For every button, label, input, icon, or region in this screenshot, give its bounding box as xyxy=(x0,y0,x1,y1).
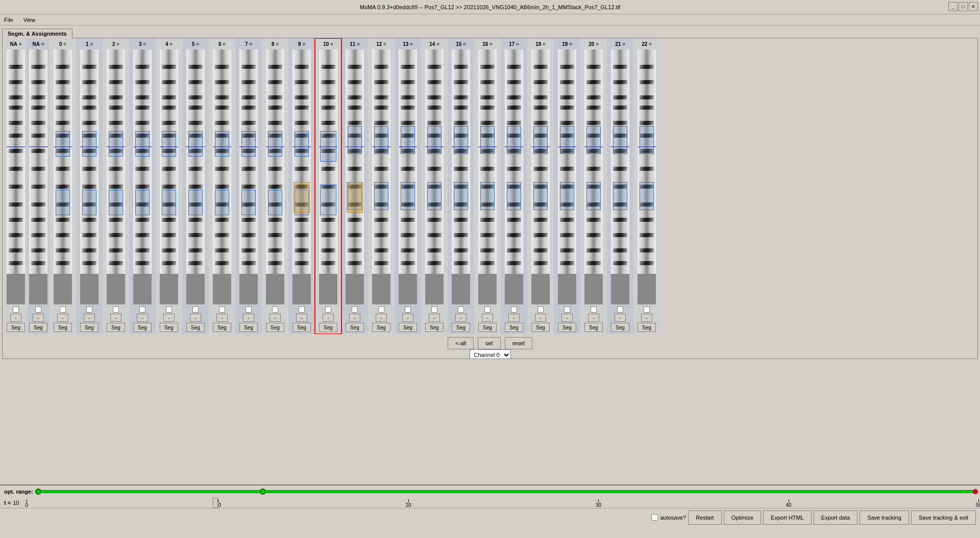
menu-file[interactable]: File xyxy=(2,16,15,24)
col-minus-btn-12[interactable]: - xyxy=(376,314,387,322)
opt-range-right-handle[interactable] xyxy=(260,489,266,495)
col-checkbox-14[interactable] xyxy=(431,306,437,313)
col-seg-btn-13[interactable]: Seg xyxy=(399,323,417,332)
export-html-button[interactable]: Export HTML xyxy=(763,510,812,525)
col-checkbox-na2[interactable] xyxy=(35,306,41,313)
col-minus-btn-18[interactable]: - xyxy=(535,314,546,322)
col-minus-btn-10[interactable]: - xyxy=(323,314,334,322)
col-checkbox-na1[interactable] xyxy=(13,306,19,313)
col-seg-btn-8[interactable]: Seg xyxy=(266,323,284,332)
col-minus-btn-4[interactable]: - xyxy=(163,314,175,322)
channel-col-18[interactable]: 18o-Seg xyxy=(527,38,554,334)
col-checkbox-15[interactable] xyxy=(458,306,464,313)
col-seg-btn-12[interactable]: Seg xyxy=(372,323,390,332)
channel-col-na1[interactable]: NAo-Seg xyxy=(5,38,27,334)
col-checkbox-1[interactable] xyxy=(86,306,92,313)
col-seg-btn-11[interactable]: Seg xyxy=(346,323,364,332)
autosave-checkbox[interactable] xyxy=(651,514,658,521)
col-minus-btn-21[interactable]: - xyxy=(615,314,626,322)
col-minus-btn-na2[interactable]: - xyxy=(33,314,44,322)
channel-col-16[interactable]: 16o-Seg xyxy=(474,38,501,334)
all-button[interactable]: <-all xyxy=(448,337,474,349)
col-seg-btn-15[interactable]: Seg xyxy=(452,323,470,332)
col-image-11[interactable] xyxy=(346,49,364,304)
col-seg-btn-22[interactable]: Seg xyxy=(638,323,656,332)
col-minus-btn-6[interactable]: - xyxy=(216,314,228,322)
t-slider-handle[interactable] xyxy=(213,498,218,508)
channel-col-9[interactable]: 9o-Seg xyxy=(288,38,315,334)
col-minus-btn-7[interactable]: - xyxy=(243,314,254,322)
col-seg-btn-14[interactable]: Seg xyxy=(425,323,444,332)
col-image-13[interactable] xyxy=(399,49,417,304)
channel-col-6[interactable]: 6o-Seg xyxy=(209,38,235,334)
col-checkbox-4[interactable] xyxy=(166,306,172,313)
channel-col-17[interactable]: 17o-Seg xyxy=(501,38,527,334)
col-checkbox-22[interactable] xyxy=(644,306,650,313)
channel-col-7[interactable]: 7o-Seg xyxy=(235,38,262,334)
col-seg-btn-4[interactable]: Seg xyxy=(160,323,178,332)
col-minus-btn-20[interactable]: - xyxy=(588,314,599,322)
col-image-1[interactable] xyxy=(80,49,99,304)
channel-col-4[interactable]: 4o-Seg xyxy=(156,38,182,334)
save-tracking-button[interactable]: Save tracking xyxy=(860,510,909,525)
col-minus-btn-22[interactable]: - xyxy=(641,314,652,322)
col-image-16[interactable] xyxy=(478,49,497,304)
col-image-0a[interactable] xyxy=(54,49,72,304)
col-image-6[interactable] xyxy=(213,49,231,304)
col-minus-btn-5[interactable]: - xyxy=(190,314,201,322)
col-seg-btn-na2[interactable]: Seg xyxy=(29,323,47,332)
col-checkbox-7[interactable] xyxy=(246,306,252,313)
t-ruler[interactable]: 01020304050 xyxy=(25,498,976,508)
col-minus-btn-0a[interactable]: - xyxy=(57,314,68,322)
col-minus-btn-16[interactable]: - xyxy=(482,314,493,322)
col-checkbox-13[interactable] xyxy=(405,306,411,313)
optimize-button[interactable]: Optimize xyxy=(724,510,761,525)
col-image-2[interactable] xyxy=(107,49,125,304)
col-minus-btn-14[interactable]: - xyxy=(429,314,440,322)
col-seg-btn-6[interactable]: Seg xyxy=(213,323,231,332)
col-image-5[interactable] xyxy=(186,49,205,304)
col-image-20[interactable] xyxy=(584,49,603,304)
channel-col-0a[interactable]: 0o-Seg xyxy=(50,38,76,334)
channel-col-20[interactable]: 20o-Seg xyxy=(580,38,607,334)
col-seg-btn-21[interactable]: Seg xyxy=(611,323,629,332)
channel-col-11[interactable]: 11o-Seg xyxy=(341,38,368,334)
col-checkbox-10[interactable] xyxy=(325,306,331,313)
channel-col-22[interactable]: 22o-Seg xyxy=(633,38,660,334)
channel-col-5[interactable]: 5o-Seg xyxy=(182,38,209,334)
col-checkbox-3[interactable] xyxy=(139,306,145,313)
col-image-19[interactable] xyxy=(558,49,576,304)
col-minus-btn-na1[interactable]: - xyxy=(10,314,21,322)
col-seg-btn-0a[interactable]: Seg xyxy=(54,323,72,332)
col-checkbox-8[interactable] xyxy=(272,306,278,313)
col-seg-btn-17[interactable]: Seg xyxy=(505,323,523,332)
col-image-7[interactable] xyxy=(239,49,258,304)
col-minus-btn-19[interactable]: - xyxy=(561,314,573,322)
col-seg-btn-10[interactable]: Seg xyxy=(319,323,337,332)
col-minus-btn-13[interactable]: - xyxy=(402,314,413,322)
col-image-4[interactable] xyxy=(160,49,178,304)
channel-col-12[interactable]: 12o-Seg xyxy=(368,38,395,334)
col-checkbox-2[interactable] xyxy=(113,306,119,313)
col-checkbox-16[interactable] xyxy=(484,306,491,313)
set-button[interactable]: set xyxy=(478,337,501,349)
col-checkbox-12[interactable] xyxy=(378,306,384,313)
col-minus-btn-17[interactable]: - xyxy=(508,314,520,322)
col-seg-btn-20[interactable]: Seg xyxy=(584,323,603,332)
channel-col-8[interactable]: 8o-Seg xyxy=(262,38,288,334)
col-seg-btn-3[interactable]: Seg xyxy=(133,323,152,332)
channel-col-2[interactable]: 2o-Seg xyxy=(103,38,129,334)
col-image-22[interactable] xyxy=(638,49,656,304)
col-image-8[interactable] xyxy=(266,49,284,304)
channel-col-3[interactable]: 3o-Seg xyxy=(129,38,156,334)
columns-scroll[interactable]: NAo-SegNAo-Seg0o-Seg1o-Seg2o-Seg3o-Seg4o… xyxy=(3,38,977,334)
col-minus-btn-3[interactable]: - xyxy=(137,314,148,322)
col-seg-btn-7[interactable]: Seg xyxy=(239,323,258,332)
col-image-10[interactable] xyxy=(319,49,337,304)
col-seg-btn-5[interactable]: Seg xyxy=(186,323,205,332)
channel-col-15[interactable]: 15o-Seg xyxy=(448,38,474,334)
col-seg-btn-1[interactable]: Seg xyxy=(80,323,99,332)
col-image-na2[interactable] xyxy=(29,49,47,304)
col-image-na1[interactable] xyxy=(7,49,25,304)
col-seg-btn-9[interactable]: Seg xyxy=(292,323,311,332)
